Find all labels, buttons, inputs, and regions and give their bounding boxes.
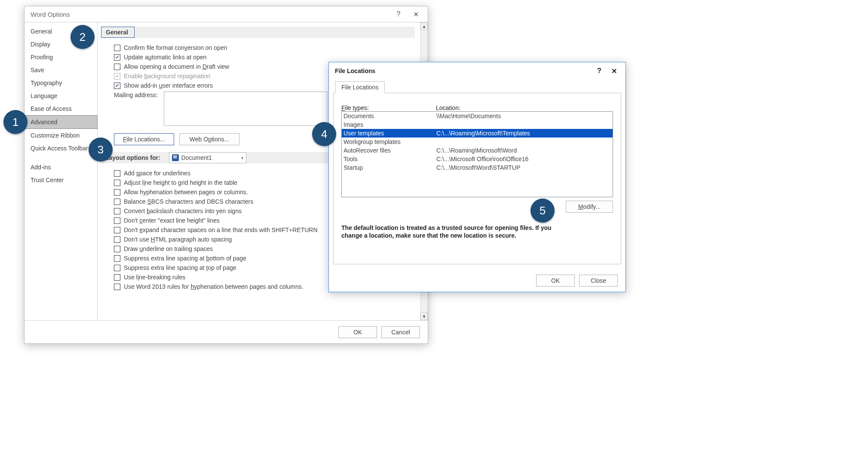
- sidebar-item-save[interactable]: Save: [25, 64, 97, 76]
- opt-update-links[interactable]: Update automatic links at open: [101, 52, 415, 62]
- opt-label: Use Word 2013 rules for hyphenation betw…: [124, 283, 304, 290]
- opt-label: Adjust line height to grid height in the…: [124, 179, 237, 186]
- list-item-tools[interactable]: ToolsC:\...\Microsoft Office\root\Office…: [342, 155, 613, 163]
- opt-label: Confirm file format conversion on open: [124, 44, 227, 51]
- checkbox-icon[interactable]: [114, 227, 120, 233]
- sidebar-item-quick-access-toolbar[interactable]: Quick Access Toolbar: [25, 142, 97, 155]
- opt-confirm-file-format[interactable]: Confirm file format conversion on open: [101, 43, 415, 52]
- opt-label: Allow opening a document in Draft view: [124, 63, 229, 70]
- checkbox-icon[interactable]: [114, 265, 120, 271]
- checkbox-icon[interactable]: [114, 180, 120, 186]
- checkbox-icon[interactable]: [114, 217, 120, 224]
- callout-5: 5: [531, 199, 555, 223]
- sidebar-item-language[interactable]: Language: [25, 89, 97, 102]
- tab-strip: File Locations: [333, 81, 621, 93]
- checkbox-icon[interactable]: [114, 246, 120, 252]
- file-locations-footer: OK Close: [329, 269, 626, 292]
- trusted-source-note: The default location is treated as a tru…: [341, 213, 565, 239]
- tab-file-locations[interactable]: File Locations: [335, 81, 385, 93]
- help-icon[interactable]: ?: [592, 64, 607, 77]
- list-item-workgroup-templates[interactable]: Workgroup templates: [342, 138, 613, 146]
- sidebar-item-add-ins[interactable]: Add-ins: [25, 161, 97, 174]
- ok-button[interactable]: OK: [338, 326, 377, 338]
- callout-4: 4: [312, 122, 336, 146]
- section-general-header: General: [101, 27, 135, 38]
- options-sidebar: General Display Proofing Save Typography…: [25, 22, 98, 320]
- word-options-title: Word Options: [31, 11, 70, 18]
- file-locations-button[interactable]: File Locations...: [114, 133, 174, 145]
- close-icon[interactable]: ✕: [407, 7, 424, 21]
- file-locations-dialog: File Locations ? ✕ File Locations File t…: [328, 62, 626, 292]
- opt-label: Show add-in user interface errors: [124, 82, 213, 89]
- list-header: File types: Location:: [341, 104, 613, 111]
- scroll-up-icon[interactable]: ▲: [420, 22, 428, 30]
- modify-button[interactable]: Modify...: [566, 201, 613, 213]
- scroll-down-icon[interactable]: ▼: [420, 312, 428, 320]
- checkbox-icon[interactable]: [114, 274, 120, 281]
- sidebar-item-advanced[interactable]: Advanced: [24, 115, 98, 129]
- list-item-documents[interactable]: Documents\\Mac\Home\Documents: [342, 112, 613, 120]
- checkbox-icon[interactable]: [114, 189, 120, 196]
- file-locations-titlebar: File Locations ? ✕: [329, 62, 626, 80]
- opt-label: Draw underline on trailing spaces: [124, 245, 213, 252]
- checkbox-icon[interactable]: [114, 255, 120, 262]
- close-icon[interactable]: ✕: [607, 64, 621, 77]
- opt-label: Update automatic links at open: [124, 54, 206, 61]
- layout-document-dropdown[interactable]: Document1 ▾: [169, 152, 246, 163]
- list-item-images[interactable]: Images: [342, 120, 613, 129]
- opt-label: Don't expand character spaces on a line …: [124, 226, 318, 233]
- sidebar-item-ease-of-access[interactable]: Ease of Access: [25, 102, 97, 115]
- mailing-address-input[interactable]: [164, 92, 327, 126]
- col-location: Location:: [436, 104, 460, 111]
- opt-label: Don't center "exact line height" lines: [124, 217, 220, 224]
- help-icon[interactable]: ?: [390, 7, 407, 21]
- opt-label: Allow hyphenation between pages or colum…: [124, 189, 248, 196]
- callout-1: 1: [3, 110, 28, 134]
- checkbox-icon[interactable]: [114, 236, 120, 243]
- file-locations-list[interactable]: Documents\\Mac\Home\Documents Images Use…: [341, 111, 613, 197]
- sidebar-item-proofing[interactable]: Proofing: [25, 51, 97, 64]
- opt-label: Use line-breaking rules: [124, 274, 185, 281]
- checkbox-icon[interactable]: [114, 284, 120, 290]
- list-item-autorecover[interactable]: AutoRecover filesC:\...\Roaming\Microsof…: [342, 146, 613, 155]
- checkbox-icon[interactable]: [114, 54, 120, 61]
- file-locations-title: File Locations: [335, 67, 375, 74]
- web-options-button[interactable]: Web Options...: [179, 133, 239, 145]
- opt-label: Suppress extra line spacing at top of pa…: [124, 264, 236, 271]
- checkbox-icon[interactable]: [114, 208, 120, 214]
- ok-button[interactable]: OK: [536, 275, 575, 287]
- checkbox-icon[interactable]: [114, 170, 120, 177]
- opt-label: Balance SBCS characters and DBCS charact…: [124, 198, 253, 205]
- mailing-address-label: Mailing address:: [114, 92, 158, 98]
- checkbox-icon[interactable]: [114, 83, 120, 89]
- list-item-startup[interactable]: StartupC:\...\Microsoft\Word\STARTUP: [342, 163, 613, 172]
- sidebar-item-trust-center[interactable]: Trust Center: [25, 174, 97, 187]
- word-options-titlebar: Word Options ? ✕: [25, 6, 428, 22]
- cancel-button[interactable]: Cancel: [381, 326, 420, 338]
- checkbox-icon[interactable]: [114, 64, 120, 70]
- checkbox-icon[interactable]: [114, 45, 120, 51]
- dropdown-value: Document1: [181, 154, 212, 161]
- opt-label: Enable background repagination: [124, 73, 211, 80]
- chevron-down-icon: ▾: [241, 156, 243, 160]
- checkbox-icon: [114, 73, 120, 80]
- opt-label: Convert backslash characters into yen si…: [124, 208, 242, 214]
- opt-label: Don't use HTML paragraph auto spacing: [124, 236, 232, 243]
- close-button[interactable]: Close: [579, 275, 618, 287]
- checkbox-icon[interactable]: [114, 199, 120, 205]
- callout-3: 3: [89, 138, 113, 162]
- list-item-user-templates[interactable]: User templatesC:\...\Roaming\Microsoft\T…: [342, 129, 613, 138]
- sidebar-item-typography[interactable]: Typography: [25, 76, 97, 89]
- opt-label: Add space for underlines: [124, 170, 190, 177]
- opt-label: Suppress extra line spacing at bottom of…: [124, 255, 246, 262]
- word-options-footer: OK Cancel: [25, 320, 428, 343]
- sidebar-item-customize-ribbon[interactable]: Customize Ribbon: [25, 129, 97, 142]
- word-doc-icon: [172, 154, 179, 161]
- callout-2: 2: [71, 25, 95, 49]
